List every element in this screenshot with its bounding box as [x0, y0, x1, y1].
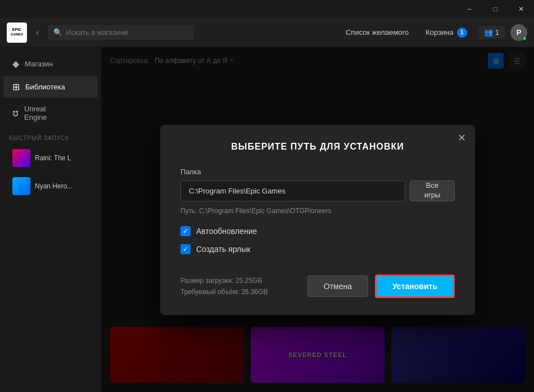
- nyan-label: Nyan Hero...: [35, 182, 73, 190]
- sidebar-item-library[interactable]: ⊞ Библиотека: [3, 76, 98, 98]
- create-shortcut-row: ✓ Создать ярлык: [180, 244, 455, 254]
- titlebar: – □ ✕: [0, 0, 534, 18]
- sidebar-item-store[interactable]: ◆ Магазин: [3, 53, 98, 75]
- modal-close-button[interactable]: ✕: [458, 133, 466, 143]
- auto-update-checkbox[interactable]: ✓: [180, 226, 191, 236]
- sidebar-game-nyan[interactable]: Nyan Hero...: [3, 173, 98, 200]
- folder-row: Всеигры: [180, 181, 455, 201]
- full-path-text: Путь: C:\Program Files\Epic Games\OTGPio…: [180, 207, 455, 215]
- sidebar: ◆ Магазин ⊞ Библиотека ʊ UnrealEngine БЫ…: [0, 47, 101, 392]
- sidebar-game-raini[interactable]: Raini: The L: [3, 145, 98, 172]
- install-button[interactable]: Установить: [375, 274, 455, 298]
- maximize-button[interactable]: □: [482, 0, 508, 18]
- raini-label: Raini: The L: [35, 154, 71, 162]
- auto-update-label: Автообновление: [196, 227, 257, 236]
- modal-title: ВЫБЕРИТЕ ПУТЬ ДЛЯ УСТАНОВКИ: [180, 142, 455, 152]
- folder-path-input[interactable]: [180, 181, 405, 201]
- search-input[interactable]: [66, 28, 188, 37]
- svg-text:EPIC: EPIC: [12, 28, 21, 31]
- sidebar-ue-label: UnrealEngine: [24, 105, 47, 121]
- create-shortcut-checkbox[interactable]: ✓: [180, 244, 191, 254]
- search-bar[interactable]: 🔍: [48, 25, 194, 40]
- avatar[interactable]: P: [510, 24, 527, 41]
- download-size-text: Размер загрузки: 25.25GB: [180, 275, 268, 286]
- app-container: EPIC GAMES ‹ 🔍 Список желаемого Корзина …: [0, 18, 534, 392]
- sidebar-library-label: Библиотека: [25, 83, 65, 91]
- required-size-text: Требуемый объём: 26.36GB: [180, 286, 268, 298]
- online-indicator: [522, 36, 527, 40]
- checkbox-check-icon-2: ✓: [183, 245, 188, 253]
- friends-count: 1: [495, 28, 499, 37]
- modal-bottom: Размер загрузки: 25.25GB Требуемый объём…: [180, 274, 455, 298]
- wishlist-link[interactable]: Список желаемого: [340, 28, 414, 37]
- checkbox-check-icon: ✓: [183, 227, 188, 235]
- epic-games-logo: EPIC GAMES: [7, 22, 27, 43]
- cart-label: Корзина: [426, 28, 454, 37]
- store-icon: ◆: [12, 58, 19, 69]
- close-button[interactable]: ✕: [508, 0, 534, 18]
- main-content: Сортировка: По алфавиту от А до Я × ⊞ ☰ …: [101, 47, 534, 392]
- nyan-thumb: [12, 177, 30, 195]
- all-games-button[interactable]: Всеигры: [410, 181, 455, 201]
- navbar: EPIC GAMES ‹ 🔍 Список желаемого Корзина …: [0, 18, 534, 47]
- folder-field-label: Папка: [180, 168, 455, 176]
- search-icon: 🔍: [53, 28, 62, 37]
- ue-icon: ʊ: [12, 107, 19, 119]
- quick-launch-section-label: БЫСТРЫЙ ЗАПУСК: [0, 128, 101, 143]
- raini-thumb: [12, 149, 30, 167]
- friends-icon: 👥: [484, 28, 493, 37]
- back-button[interactable]: ‹: [33, 28, 42, 38]
- create-shortcut-label: Создать ярлык: [196, 245, 250, 254]
- svg-text:GAMES: GAMES: [11, 33, 23, 36]
- modal-actions: Отмена Установить: [307, 274, 455, 298]
- minimize-button[interactable]: –: [456, 0, 482, 18]
- modal-overlay: ✕ ВЫБЕРИТЕ ПУТЬ ДЛЯ УСТАНОВКИ Папка Всеи…: [101, 47, 534, 392]
- friends-button[interactable]: 👥 1: [478, 26, 505, 39]
- size-info: Размер загрузки: 25.25GB Требуемый объём…: [180, 275, 268, 298]
- auto-update-row: ✓ Автообновление: [180, 226, 455, 236]
- content-area: ◆ Магазин ⊞ Библиотека ʊ UnrealEngine БЫ…: [0, 47, 534, 392]
- cart-count-badge: 1: [457, 28, 467, 38]
- cancel-button[interactable]: Отмена: [307, 276, 368, 297]
- sidebar-store-label: Магазин: [25, 60, 53, 68]
- library-icon: ⊞: [12, 82, 20, 92]
- install-path-modal: ✕ ВЫБЕРИТЕ ПУТЬ ДЛЯ УСТАНОВКИ Папка Всеи…: [160, 125, 475, 315]
- cart-button[interactable]: Корзина 1: [420, 28, 473, 38]
- sidebar-item-unreal-engine[interactable]: ʊ UnrealEngine: [3, 99, 98, 127]
